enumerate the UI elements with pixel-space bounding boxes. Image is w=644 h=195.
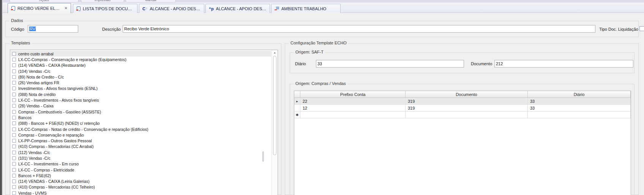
ribbon-group-manual: Manual bbox=[126, 0, 176, 3]
column-header-prefixo-conta[interactable]: Prefixo Conta bbox=[300, 91, 406, 98]
checkbox-icon[interactable] bbox=[12, 162, 16, 166]
checkbox-icon[interactable] bbox=[12, 168, 16, 172]
row-marker: ✱ bbox=[294, 112, 300, 118]
tab-alcance-apoio-1[interactable]: ALCANCE - APOIO DESE... bbox=[139, 4, 204, 13]
tipo-doc-liquidacao-checkbox[interactable] bbox=[639, 26, 644, 31]
grid-row[interactable]: 12 319 33 bbox=[294, 105, 631, 112]
template-label: (114) VENDAS - CAIXA (Leiria Galerias) bbox=[18, 179, 90, 184]
template-list-item[interactable]: Bancos + FSE(62) bbox=[11, 173, 271, 178]
checkbox-icon[interactable] bbox=[12, 69, 16, 73]
codigo-input[interactable]: RV bbox=[28, 25, 78, 33]
tab-lista-tipos-documento[interactable]: LISTA TIPOS DE DOCUM... bbox=[73, 4, 137, 13]
template-list-item[interactable]: (26) Vendas artigos FR bbox=[11, 80, 271, 85]
documento-input[interactable]: 212 bbox=[494, 60, 633, 68]
template-list-item[interactable]: (410) Compras - Mercadorias (CC Telheiro… bbox=[11, 184, 271, 190]
cell-diario[interactable]: 33 bbox=[528, 105, 631, 111]
origem-compras-vendas-groupbox: Origem: Compras / Vendas Prefixo Conta D… bbox=[290, 84, 635, 195]
checkbox-icon[interactable] bbox=[12, 104, 16, 108]
checkbox-icon[interactable] bbox=[12, 174, 16, 178]
checkbox-icon[interactable] bbox=[12, 110, 16, 114]
checkbox-icon[interactable] bbox=[12, 121, 16, 125]
checkbox-icon[interactable] bbox=[12, 98, 16, 102]
cell-prefixo-conta[interactable]: 12 bbox=[300, 105, 406, 111]
template-list-item[interactable]: (112) Vendas -C/c bbox=[11, 149, 271, 155]
close-icon[interactable] bbox=[65, 6, 68, 10]
splitter-handle[interactable] bbox=[262, 151, 264, 162]
cell-diario[interactable]: 33 bbox=[528, 98, 631, 104]
checkbox-icon[interactable] bbox=[12, 179, 16, 183]
template-label: LX-CC - Investimentos - Ativos fixos tan… bbox=[18, 98, 99, 102]
cell-diario[interactable] bbox=[528, 112, 631, 118]
template-list-item[interactable]: LX-CC - Compras - Eletricidade bbox=[11, 167, 271, 173]
template-label: LX-CC-Compras - Conservação e reparação … bbox=[18, 57, 126, 62]
checkbox-icon[interactable] bbox=[12, 133, 16, 137]
ribbon-group-label: Impressão bbox=[95, 0, 110, 2]
template-list-item[interactable]: (114) VENDAS - CAIXA (Leiria Galerias) bbox=[11, 179, 271, 184]
template-list-item[interactable]: Compras - Combustíveis - Gasóleo (ASSIST… bbox=[11, 109, 271, 115]
tab-recibo-verde-eletronico[interactable]: RECIBO VERDE ELETRÓN... bbox=[8, 3, 71, 13]
cell-prefixo-conta[interactable]: 22 bbox=[300, 98, 406, 104]
cell-prefixo-conta[interactable] bbox=[300, 112, 406, 118]
checkbox-icon[interactable] bbox=[12, 52, 16, 56]
checkbox-icon[interactable] bbox=[12, 185, 16, 189]
template-list-item[interactable]: (104) Vendas -C/c bbox=[11, 68, 271, 74]
row-marker bbox=[294, 105, 300, 111]
descricao-input[interactable]: Recibo Verde Eletrónico bbox=[123, 25, 595, 33]
groupbox-title: Origem: SAF-T bbox=[294, 50, 325, 54]
checkbox-icon[interactable] bbox=[12, 63, 16, 67]
template-list-item[interactable]: LX-CC-Compras - Notas de crédito - Conse… bbox=[11, 126, 271, 132]
grid-row[interactable]: ✱ bbox=[294, 112, 631, 118]
template-list-item[interactable]: (410) Compras - Mercadorias (CC Arrabal) bbox=[11, 144, 271, 149]
template-label: LX-CC - Compras - Eletricidade bbox=[18, 168, 74, 172]
template-list-item[interactable]: LX-PP-Compras - Outros Gastos Pessoal bbox=[11, 138, 271, 143]
checkbox-icon[interactable] bbox=[12, 139, 16, 143]
column-header-diario[interactable]: Diário bbox=[528, 91, 631, 98]
template-list-item[interactable]: Investimentos - Ativos fixos tangíveis (… bbox=[11, 86, 271, 91]
template-list-item[interactable]: (28) Vendas - Caixa bbox=[11, 103, 271, 109]
list-icon bbox=[275, 6, 279, 11]
template-list-item[interactable]: Vendas - UVMS bbox=[11, 190, 271, 195]
checkbox-icon[interactable] bbox=[12, 86, 16, 90]
scroll-up-icon[interactable] bbox=[273, 51, 276, 54]
template-list-item[interactable]: Bancos bbox=[11, 115, 271, 120]
checkbox-icon[interactable] bbox=[12, 151, 16, 154]
template-list-item[interactable]: (088) Nota de crédito bbox=[11, 91, 271, 97]
checkbox-icon[interactable] bbox=[12, 93, 16, 96]
diario-input[interactable]: 33 bbox=[316, 60, 464, 68]
tab-ambiente-trabalho[interactable]: AMBIENTE TRABALHO bbox=[271, 4, 341, 13]
checkbox-icon[interactable] bbox=[12, 58, 16, 61]
template-list-item[interactable]: (89) Nota de Credito - C/c bbox=[11, 74, 271, 80]
column-header-documento[interactable]: Documento bbox=[406, 91, 528, 98]
template-list-item[interactable]: LX-CC-Compras - Conservação e reparação … bbox=[11, 57, 271, 62]
template-list-item[interactable]: (114) VENDAS - CAIXA (Restaurante) bbox=[11, 63, 271, 68]
checkbox-icon[interactable] bbox=[12, 145, 16, 148]
configuracao-template-echo-groupbox: Configuração Template ECHO Origem: SAF-T… bbox=[285, 43, 639, 195]
grid-row[interactable]: ▸ 22 319 33 bbox=[294, 98, 631, 105]
tab-label: RECIBO VERDE ELETRÓN... bbox=[17, 6, 62, 11]
template-list-item[interactable]: (101) Vendas -C/c bbox=[11, 155, 271, 161]
template-list-item[interactable]: (088) - Bancos + FSE(62) (NDED) c/ reten… bbox=[11, 121, 271, 126]
checkbox-icon[interactable] bbox=[12, 116, 16, 120]
scrollbar-thumb[interactable] bbox=[273, 56, 276, 155]
template-label: (088) Nota de crédito bbox=[18, 92, 56, 97]
template-list-item[interactable]: LX-CC - Investimentos - Em curso bbox=[11, 161, 271, 167]
template-list-item[interactable]: LX-CC - Investimentos - Ativos fixos tan… bbox=[11, 97, 271, 103]
cell-documento[interactable]: 319 bbox=[406, 98, 528, 104]
template-list-item[interactable]: Compras - Conservação e reparação bbox=[11, 132, 271, 138]
vertical-scrollbar[interactable] bbox=[271, 50, 278, 195]
grid-header-row: Prefixo Conta Documento Diário bbox=[294, 91, 631, 98]
ribbon-group-label: Ações bbox=[39, 0, 49, 2]
checkbox-icon[interactable] bbox=[12, 127, 16, 131]
checkbox-icon[interactable] bbox=[12, 81, 16, 85]
cell-documento[interactable] bbox=[406, 112, 528, 118]
cell-documento[interactable]: 319 bbox=[406, 105, 528, 111]
template-list-item[interactable]: centro custo arrabal bbox=[11, 51, 271, 57]
checkbox-icon[interactable] bbox=[12, 75, 16, 79]
ribbon-group-impressao: Impressão bbox=[81, 0, 124, 3]
template-label: (114) VENDAS - CAIXA (Restaurante) bbox=[18, 63, 85, 68]
checkbox-icon[interactable] bbox=[12, 156, 16, 160]
tab-alcance-apoio-2[interactable]: ALCANCE - APOIO DESE... bbox=[205, 4, 270, 13]
checkbox-icon[interactable] bbox=[12, 191, 16, 195]
template-label: Investimentos - Ativos fixos tangíveis (… bbox=[18, 86, 98, 91]
templates-list[interactable]: centro custo arrabal LX-CC-Compras - Con… bbox=[10, 50, 278, 195]
